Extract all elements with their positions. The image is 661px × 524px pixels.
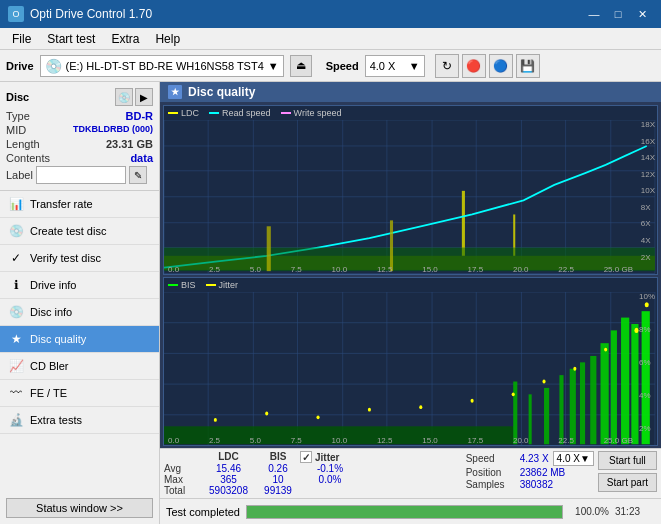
progress-bar-fill (247, 506, 562, 518)
chart1-svg: 18X 16X 14X 12X 10X 8X (164, 120, 657, 274)
drivebar: Drive 💿 (E:) HL-DT-ST BD-RE WH16NS58 TST… (0, 50, 661, 82)
jitter-checkbox[interactable]: ✓ (300, 451, 312, 463)
titlebar-controls[interactable]: — □ ✕ (583, 3, 653, 25)
samples-label: Samples (466, 479, 516, 490)
svg-point-72 (604, 347, 607, 351)
drive-info-icon: ℹ (8, 277, 24, 293)
max-bis: 10 (258, 474, 298, 485)
minimize-button[interactable]: — (583, 3, 605, 25)
svg-point-66 (368, 407, 371, 411)
disc-label-row: Label ✎ (6, 166, 153, 184)
fe-te-label: FE / TE (30, 387, 67, 399)
speed-select-arrow: ▼ (580, 453, 590, 464)
disc-info-label: Disc info (30, 306, 72, 318)
ldc-color (168, 112, 178, 114)
sidebar-item-verify-test-disc[interactable]: ✓ Verify test disc (0, 245, 159, 272)
bis-color (168, 284, 178, 286)
drive-eject-button[interactable]: ⏏ (290, 55, 312, 77)
close-button[interactable]: ✕ (631, 3, 653, 25)
contents-value: data (130, 152, 153, 164)
sidebar-item-disc-quality[interactable]: ★ Disc quality (0, 326, 159, 353)
disc-icon-1[interactable]: 💿 (115, 88, 133, 106)
svg-point-71 (573, 366, 576, 370)
max-label: Max (164, 474, 199, 485)
content-icon: ★ (168, 85, 182, 99)
avg-ldc: 15.46 (201, 463, 256, 474)
sidebar-item-cd-bler[interactable]: 📈 CD Bler (0, 353, 159, 380)
disc-panel: Disc 💿 ▶ Type BD-R MID TDKBLDRBD (000) L… (0, 82, 159, 191)
speed-value: 4.0 X (370, 60, 396, 72)
svg-rect-57 (590, 355, 596, 443)
sidebar-item-extra-tests[interactable]: 🔬 Extra tests (0, 407, 159, 434)
cd-bler-label: CD Bler (30, 360, 69, 372)
mid-value: TDKBLDRBD (000) (73, 124, 153, 136)
create-test-disc-label: Create test disc (30, 225, 106, 237)
speed-label: Speed (326, 60, 359, 72)
disc-mid-row: MID TDKBLDRBD (000) (6, 124, 153, 136)
start-full-button[interactable]: Start full (598, 451, 657, 470)
speed-select[interactable]: 4.0 X ▼ (553, 451, 594, 466)
disc-length-row: Length 23.31 GB (6, 138, 153, 150)
extra-tests-label: Extra tests (30, 414, 82, 426)
menu-start-test[interactable]: Start test (39, 30, 103, 48)
legend-bis: BIS (168, 280, 196, 290)
chart2-svg (164, 292, 657, 446)
theme-button[interactable]: 🔵 (489, 54, 513, 78)
disc-contents-row: Contents data (6, 152, 153, 164)
chart-title: Disc quality (188, 85, 255, 99)
disc-type-row: Type BD-R (6, 110, 153, 122)
svg-point-65 (317, 415, 320, 419)
read-speed-color (209, 112, 219, 114)
maximize-button[interactable]: □ (607, 3, 629, 25)
drive-dropdown[interactable]: 💿 (E:) HL-DT-ST BD-RE WH16NS58 TST4 ▼ (40, 55, 284, 77)
disc-icon-2[interactable]: ▶ (135, 88, 153, 106)
toolbar-buttons: ↻ 🔴 🔵 💾 (435, 54, 540, 78)
bottom-bar: Test completed 100.0% 31:23 (160, 498, 661, 524)
action-buttons: Start full Start part (598, 451, 657, 492)
sidebar-item-transfer-rate[interactable]: 📊 Transfer rate (0, 191, 159, 218)
svg-rect-61 (631, 323, 638, 443)
transfer-rate-label: Transfer rate (30, 198, 93, 210)
status-window-button[interactable]: Status window >> (6, 498, 153, 518)
stats-header-bis: BIS (258, 451, 298, 463)
settings-button[interactable]: 🔴 (462, 54, 486, 78)
sidebar-item-drive-info[interactable]: ℹ Drive info (0, 272, 159, 299)
start-part-button[interactable]: Start part (598, 473, 657, 492)
jitter-checkbox-label: Jitter (315, 452, 339, 463)
sidebar-item-disc-info[interactable]: 💿 Disc info (0, 299, 159, 326)
jitter-checkbox-area: ✓ Jitter (300, 451, 339, 463)
svg-rect-58 (601, 343, 609, 444)
contents-label: Contents (6, 152, 50, 164)
menu-help[interactable]: Help (147, 30, 188, 48)
label-label: Label (6, 169, 33, 181)
legend-write-speed: Write speed (281, 108, 342, 118)
svg-point-70 (542, 379, 545, 383)
label-edit-button[interactable]: ✎ (129, 166, 147, 184)
jitter-label: Jitter (219, 280, 239, 290)
svg-point-68 (471, 398, 474, 402)
read-speed-label: Read speed (222, 108, 271, 118)
status-text: Test completed (166, 506, 240, 518)
length-label: Length (6, 138, 40, 150)
save-button[interactable]: 💾 (516, 54, 540, 78)
svg-point-73 (634, 327, 638, 332)
write-speed-color (281, 112, 291, 114)
jitter-color (206, 284, 216, 286)
speed-dropdown[interactable]: 4.0 X ▼ (365, 55, 425, 77)
progress-bar-container (246, 505, 563, 519)
speed-stat-value: 4.23 X (520, 453, 549, 464)
content-header: ★ Disc quality (160, 82, 661, 102)
disc-info-icon: 💿 (8, 304, 24, 320)
drive-label: Drive (6, 60, 34, 72)
label-input[interactable] (36, 166, 126, 184)
progress-text: 100.0% (569, 506, 609, 517)
sidebar-item-fe-te[interactable]: 〰 FE / TE (0, 380, 159, 407)
menu-extra[interactable]: Extra (103, 30, 147, 48)
refresh-button[interactable]: ↻ (435, 54, 459, 78)
disc-quality-label: Disc quality (30, 333, 86, 345)
app-title: Opti Drive Control 1.70 (30, 7, 152, 21)
max-jitter: 0.0% (300, 474, 360, 485)
menu-file[interactable]: File (4, 30, 39, 48)
disc-title: Disc (6, 91, 29, 103)
sidebar-item-create-test-disc[interactable]: 💿 Create test disc (0, 218, 159, 245)
